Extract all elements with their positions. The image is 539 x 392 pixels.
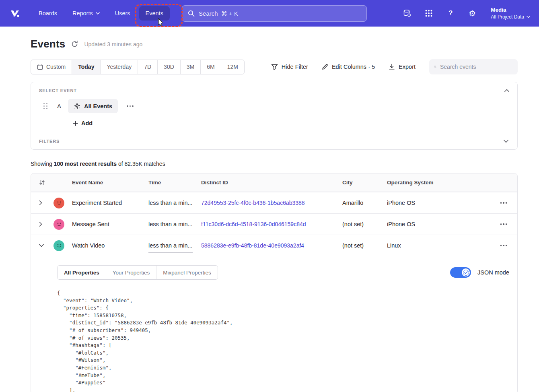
row-more-icon[interactable] [498, 221, 510, 227]
event-selection-row: A All Events [39, 99, 509, 113]
select-event-header: SELECT EVENT [39, 88, 77, 93]
nav-item-events[interactable]: Events [139, 6, 170, 21]
date-range-control: Custom Today Yesterday 7D 30D 3M 6M 12M [31, 60, 245, 74]
table-row[interactable]: Message Sent less than a min... f11c30d6… [31, 213, 517, 235]
distinct-id-link[interactable]: 5886283e-e9fb-48fb-81de-40e9093a2af4 [201, 242, 342, 249]
search-icon [188, 10, 195, 17]
last-updated-text: Updated 3 minutes ago [84, 41, 142, 47]
date-custom-label: Custom [46, 64, 66, 70]
apps-grid-icon[interactable] [424, 8, 434, 18]
calendar-icon [37, 64, 43, 70]
row-more-icon[interactable] [498, 242, 510, 249]
avatar [53, 198, 64, 208]
distinct-id-link[interactable]: 72d49553-25fc-4f0c-b436-1b5ac6ab3388 [201, 200, 342, 206]
date-range-3m[interactable]: 3M [180, 60, 200, 74]
city-cell: (not set) [342, 242, 387, 249]
global-search-input[interactable] [199, 10, 361, 17]
filters-header-label: FILTERS [39, 139, 60, 144]
col-city[interactable]: City [342, 179, 387, 186]
settings-gear-icon[interactable]: ⚙ [467, 8, 477, 18]
results-summary: Showing 100 most recent results of 82.35… [31, 161, 518, 167]
refresh-icon[interactable] [71, 40, 78, 48]
json-mode-label: JSON mode [477, 269, 509, 276]
expand-row-chevron-icon[interactable] [39, 222, 42, 227]
results-count: 100 most recent results [54, 161, 117, 167]
os-cell: Linux [387, 242, 473, 249]
table-row-expanded[interactable]: Watch Video less than a min... 5886283e-… [31, 235, 517, 256]
json-mode-toggle[interactable] [450, 267, 471, 278]
page-title: Events [31, 38, 65, 50]
add-event-label: Add [81, 120, 93, 126]
date-range-6m[interactable]: 6M [200, 60, 220, 74]
distinct-id-link[interactable]: f11c30d6-dc6d-4518-9136-0d046159c84d [201, 221, 342, 227]
hide-filter-button[interactable]: Hide Filter [271, 64, 308, 70]
event-picker-label: All Events [84, 103, 112, 109]
project-selector[interactable]: Media All Project Data [491, 6, 530, 20]
clause-letter: A [57, 103, 61, 109]
city-cell: Amarillo [342, 200, 387, 206]
export-button[interactable]: Export [389, 64, 416, 70]
col-event-name[interactable]: Event Name [72, 179, 148, 186]
nav-item-boards[interactable]: Boards [32, 6, 64, 21]
filters-section-header[interactable]: FILTERS [31, 133, 517, 149]
global-search[interactable] [182, 5, 367, 22]
date-range-12m[interactable]: 12M [221, 60, 244, 74]
sort-icon[interactable] [39, 179, 45, 186]
time-cell: less than a min... [148, 221, 201, 227]
date-range-yesterday[interactable]: Yesterday [100, 60, 138, 74]
project-name: Media [491, 6, 530, 14]
pencil-icon [322, 64, 328, 70]
add-event-button[interactable]: Add [73, 120, 93, 126]
city-cell: (not set) [342, 221, 387, 227]
download-icon [389, 64, 395, 70]
date-range-30d[interactable]: 30D [157, 60, 180, 74]
avatar [53, 219, 64, 230]
plus-icon [73, 121, 78, 126]
avatar [53, 240, 64, 251]
export-label: Export [399, 64, 416, 70]
filter-funnel-icon [271, 64, 278, 70]
help-icon[interactable]: ? [446, 8, 455, 18]
events-page: Events Updated 3 minutes ago Custom Toda… [0, 27, 539, 392]
event-more-icon[interactable] [124, 103, 136, 109]
search-events-box[interactable] [429, 59, 518, 74]
date-custom-button[interactable]: Custom [31, 60, 72, 74]
event-json-viewer: { "event": "Watch Video", "properties": … [57, 289, 509, 392]
drag-handle-icon[interactable] [43, 103, 48, 109]
search-events-input[interactable] [440, 64, 513, 70]
tab-mixpanel-properties[interactable]: Mixpanel Properties [156, 266, 217, 279]
col-os[interactable]: Operating System [387, 179, 473, 186]
time-cell: less than a min... [148, 200, 201, 206]
tab-your-properties[interactable]: Your Properties [106, 266, 156, 279]
chevron-down-icon [96, 12, 100, 14]
edit-columns-label: Edit Columns · 5 [332, 64, 375, 70]
mixpanel-logo[interactable] [9, 7, 21, 19]
chevron-down-icon [527, 16, 530, 18]
row-more-icon[interactable] [498, 200, 510, 206]
toggle-knob [462, 268, 470, 276]
properties-tabs: All Properties Your Properties Mixpanel … [57, 265, 218, 280]
results-suffix: of 82.35K matches [118, 161, 165, 167]
check-icon [463, 270, 469, 276]
tab-all-properties[interactable]: All Properties [58, 266, 106, 279]
os-cell: iPhone OS [387, 221, 473, 227]
nav-item-users[interactable]: Users [109, 6, 137, 21]
primary-nav: Boards Reports Users Events [32, 6, 170, 21]
date-range-today[interactable]: Today [72, 60, 100, 74]
top-navbar: Boards Reports Users Events [0, 0, 539, 27]
collapse-chevron-up-icon[interactable] [504, 89, 509, 92]
table-row[interactable]: Experiment Started less than a min... 72… [31, 192, 517, 213]
event-name-cell: Message Sent [72, 221, 148, 227]
date-range-7d[interactable]: 7D [138, 60, 157, 74]
event-picker-button[interactable]: All Events [68, 99, 118, 113]
nav-item-reports[interactable]: Reports [66, 6, 106, 21]
toolbar: Custom Today Yesterday 7D 30D 3M 6M 12M … [31, 59, 518, 74]
expand-chevron-down-icon[interactable] [504, 140, 508, 143]
edit-columns-button[interactable]: Edit Columns · 5 [322, 64, 375, 70]
collapse-row-chevron-icon[interactable] [39, 244, 44, 247]
col-time[interactable]: Time [148, 179, 201, 186]
expand-row-chevron-icon[interactable] [39, 200, 42, 205]
col-distinct-id[interactable]: Distinct ID [201, 179, 342, 186]
query-builder-card: SELECT EVENT A All Events Add [31, 82, 518, 150]
data-management-icon[interactable] [402, 8, 412, 18]
